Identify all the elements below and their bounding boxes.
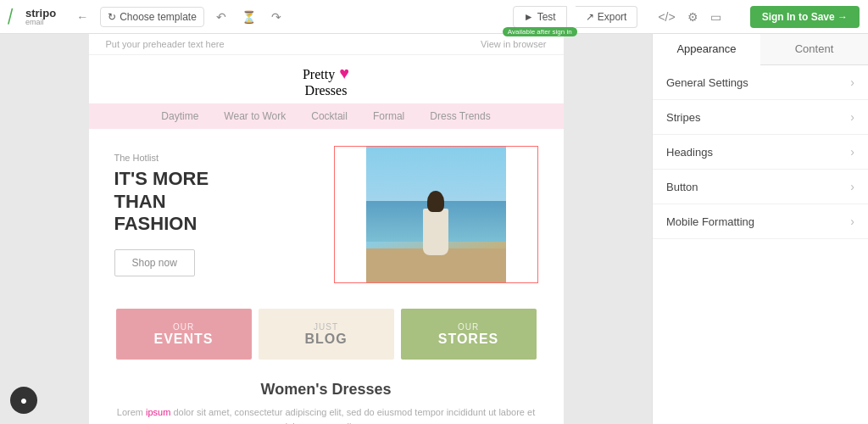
blog-card-small: Just	[314, 322, 338, 332]
logo-pretty: Pretty	[303, 67, 335, 81]
hero-line1: IT'S MORE	[114, 168, 209, 189]
beach-figure	[419, 187, 453, 255]
headings-arrow: ›	[850, 145, 854, 159]
export-icon: ↗	[586, 11, 594, 23]
chat-bubble[interactable]: ●	[10, 387, 37, 414]
main-layout: Put your preheader text here View in bro…	[0, 34, 868, 424]
hero-line3: FASHION	[114, 213, 198, 234]
choose-template-button[interactable]: ↻ Choose template	[100, 7, 204, 27]
test-button[interactable]: ► Test	[513, 6, 567, 28]
panel-headings[interactable]: Headings ›	[653, 135, 868, 170]
settings-button[interactable]: ⚙	[684, 7, 702, 27]
mobile-formatting-label: Mobile Formatting	[666, 215, 754, 228]
hero-image-wrap	[334, 146, 538, 283]
history-button[interactable]: ⏳	[238, 7, 259, 27]
email-nav: Daytime Wear to Work Cocktail Formal Dre…	[89, 103, 564, 129]
refresh-icon: ↻	[108, 11, 116, 23]
figure-hair	[427, 191, 444, 212]
nav-formal[interactable]: Formal	[373, 110, 404, 122]
events-card-small: our	[173, 322, 194, 332]
womens-magna: magna	[311, 421, 340, 425]
email-logo: Pretty ♥ Dresses	[89, 55, 564, 103]
test-export-group: ► Test Available after sign in	[513, 6, 567, 28]
preheader-text: Put your preheader text here	[106, 39, 225, 49]
hero-text: The Hotlist IT'S MORE THAN FASHION Shop …	[114, 153, 334, 276]
stripes-arrow: ›	[850, 110, 854, 124]
logo-text: stripo email	[25, 8, 56, 26]
logo-dresses-line: Dresses	[89, 83, 564, 98]
hero-headline: IT'S MORE THAN FASHION	[114, 168, 317, 235]
panel-general-settings[interactable]: General Settings ›	[653, 65, 868, 100]
nav-cocktail[interactable]: Cocktail	[311, 110, 348, 122]
mobile-formatting-arrow: ›	[850, 215, 854, 228]
nav-wear-to-work[interactable]: Wear to Work	[224, 110, 286, 122]
export-button[interactable]: ↗ Export	[576, 6, 638, 28]
stripes-label: Stripes	[666, 111, 700, 124]
logo-main: stripo	[25, 8, 56, 19]
canvas-area: Put your preheader text here View in bro…	[0, 34, 652, 424]
button-arrow: ›	[850, 180, 854, 193]
test-label: Test	[537, 11, 556, 23]
tab-appearance[interactable]: Appearance	[653, 34, 760, 65]
nav-daytime[interactable]: Daytime	[161, 110, 198, 122]
hero-line2: THAN	[114, 191, 166, 212]
events-card[interactable]: our EVENTS	[116, 309, 252, 360]
app-logo: ⎸ stripo email	[8, 8, 56, 26]
logo-icon: ⎸	[8, 8, 22, 25]
stores-card-small: our	[458, 322, 479, 332]
blog-card-big: BLOG	[304, 332, 347, 347]
headings-label: Headings	[666, 146, 713, 159]
back-button[interactable]: ←	[73, 7, 92, 27]
events-card-big: EVENTS	[153, 332, 213, 347]
logo-dresses: Dresses	[305, 83, 348, 98]
topbar: ⎸ stripo email ← ↻ Choose template ↶ ⏳ ↷…	[0, 0, 868, 34]
womens-text: Lorem ipsum dolor sit amet, consectetur …	[114, 405, 538, 424]
hero-hotlist: The Hotlist	[114, 153, 317, 163]
panel-tabs: Appearance Content	[653, 34, 868, 65]
available-badge: Available after sign in	[503, 27, 577, 36]
womens-section: Women's Dresses Lorem ipsum dolor sit am…	[89, 368, 564, 424]
panel-button[interactable]: Button ›	[653, 170, 868, 204]
mobile-preview-button[interactable]: ▭	[707, 7, 725, 27]
panel-stripes[interactable]: Stripes ›	[653, 100, 868, 135]
button-label: Button	[666, 181, 698, 193]
tab-content[interactable]: Content	[760, 34, 868, 64]
hero-image	[366, 147, 506, 282]
export-label: Export	[598, 11, 627, 23]
topbar-right-icons: </> ⚙ ▭	[654, 7, 724, 27]
womens-ipsum: ipsum	[146, 407, 170, 417]
sign-in-save-button[interactable]: Sign In to Save →	[750, 6, 860, 28]
general-settings-arrow: ›	[850, 75, 854, 89]
undo-button[interactable]: ↶	[213, 7, 230, 27]
right-panel: Appearance Content General Settings › St…	[652, 34, 868, 424]
email-canvas: Put your preheader text here View in bro…	[89, 34, 564, 424]
preheader-bar: Put your preheader text here View in bro…	[89, 34, 564, 55]
stores-card-big: STORES	[438, 332, 499, 347]
choose-template-label: Choose template	[120, 11, 197, 23]
shop-now-button[interactable]: Shop now	[114, 249, 195, 276]
hero-section: The Hotlist IT'S MORE THAN FASHION Shop …	[89, 129, 564, 300]
panel-mobile-formatting[interactable]: Mobile Formatting ›	[653, 204, 868, 239]
redo-button[interactable]: ↷	[268, 7, 285, 27]
chat-icon: ●	[20, 393, 27, 407]
logo-sub: email	[25, 19, 56, 26]
send-icon: ►	[524, 11, 534, 23]
womens-title: Women's Dresses	[114, 381, 538, 399]
general-settings-label: General Settings	[666, 76, 748, 89]
blog-card[interactable]: Just BLOG	[259, 309, 394, 360]
figure-dress	[423, 209, 448, 255]
code-view-button[interactable]: </>	[654, 7, 678, 27]
view-in-browser: View in browser	[481, 39, 546, 49]
logo-pretty-line: Pretty ♥	[89, 64, 564, 83]
cards-row: our EVENTS Just BLOG our STORES	[89, 300, 564, 368]
nav-dress-trends[interactable]: Dress Trends	[430, 110, 490, 122]
logo-heart: ♥	[335, 64, 349, 82]
stores-card[interactable]: our STORES	[401, 309, 537, 360]
